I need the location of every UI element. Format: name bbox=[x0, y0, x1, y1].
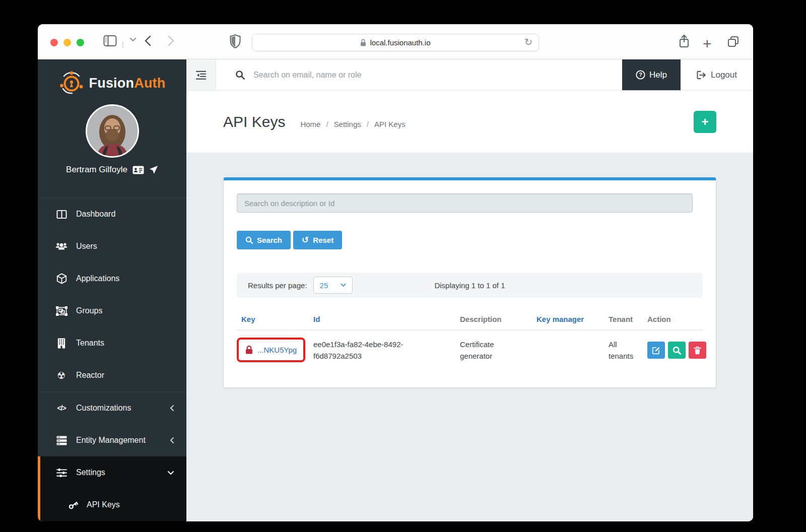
brand-auth: Auth bbox=[134, 76, 165, 91]
browser-window: | local.fusionauth.io ↻ bbox=[38, 24, 753, 521]
object-group-icon bbox=[54, 306, 69, 316]
trash-icon bbox=[694, 346, 701, 355]
topbar: ? Help Logout bbox=[186, 59, 753, 91]
page-title: API Keys bbox=[223, 113, 285, 130]
lock-icon bbox=[245, 346, 253, 354]
id-cell: ee0e1f3a-fa82-4ebe-8492-f6d8792a2503 bbox=[313, 339, 432, 362]
breadcrumb: Home / Settings / API Keys bbox=[300, 120, 405, 128]
sidebar-item-label: Customizations bbox=[76, 404, 170, 413]
sidebar-item-label: Applications bbox=[76, 274, 119, 283]
tab-chevron-down-icon[interactable] bbox=[129, 37, 137, 42]
key-icon bbox=[66, 499, 80, 511]
locale-send-icon[interactable] bbox=[149, 165, 158, 174]
edit-button[interactable] bbox=[647, 342, 665, 359]
global-search bbox=[216, 59, 622, 90]
api-key-link[interactable]: ...NKU5Ypg bbox=[257, 344, 297, 356]
sidebar-item-applications[interactable]: Applications bbox=[38, 262, 186, 295]
sidebar-item-label: Dashboard bbox=[76, 210, 115, 219]
column-header-key[interactable]: Key bbox=[241, 315, 313, 323]
sidebar-item-api-keys[interactable]: API Keys bbox=[40, 489, 186, 521]
api-keys-table: Key Id Description Key manager Tenant Ac… bbox=[237, 315, 703, 374]
global-search-input[interactable] bbox=[253, 71, 486, 80]
radiation-icon: ☢ bbox=[54, 371, 69, 380]
sidebar-item-reactor[interactable]: ☢ Reactor bbox=[38, 359, 186, 391]
help-label: Help bbox=[649, 70, 667, 80]
fusionauth-logo: FusionAuth bbox=[59, 71, 166, 96]
reset-button[interactable]: ↺ Reset bbox=[293, 231, 342, 249]
sidebar: FusionAuth Bert bbox=[38, 59, 186, 521]
reset-button-label: Reset bbox=[313, 236, 333, 244]
logout-button[interactable]: Logout bbox=[681, 59, 753, 90]
delete-button[interactable] bbox=[689, 342, 706, 359]
zoom-window-button[interactable] bbox=[77, 39, 84, 46]
sidebar-collapse-button[interactable] bbox=[186, 59, 216, 90]
column-header-description: Description bbox=[460, 315, 536, 323]
cube-icon bbox=[54, 273, 69, 284]
sidebar-toggle-icon[interactable] bbox=[103, 35, 117, 47]
close-window-button[interactable] bbox=[50, 39, 58, 46]
url-text: local.fusionauth.io bbox=[370, 38, 430, 47]
sidebar-item-label: Tenants bbox=[76, 339, 104, 348]
sidebar-item-customizations[interactable]: </> Customizations bbox=[38, 392, 186, 424]
https-lock-icon bbox=[360, 39, 366, 46]
breadcrumb-current: API Keys bbox=[374, 120, 406, 128]
chevron-down-icon bbox=[167, 471, 174, 475]
sidebar-item-entity-management[interactable]: Entity Management bbox=[38, 424, 186, 456]
outdent-icon bbox=[195, 70, 207, 80]
table-row: ...NKU5Ypg ee0e1f3a-fa82-4ebe-8492-f6d87… bbox=[237, 330, 703, 374]
server-icon bbox=[54, 436, 69, 445]
add-api-key-button[interactable]: + bbox=[694, 111, 716, 133]
new-tab-icon[interactable]: + bbox=[703, 35, 712, 52]
search-button[interactable]: Search bbox=[237, 231, 291, 249]
forward-button[interactable] bbox=[168, 35, 174, 46]
page-header: API Keys Home / Settings / API Keys + bbox=[186, 91, 753, 153]
description-search-input[interactable] bbox=[237, 193, 693, 213]
column-header-action: Action bbox=[647, 315, 698, 323]
sidebar-item-dashboard[interactable]: Dashboard bbox=[38, 198, 186, 230]
building-icon bbox=[54, 338, 69, 349]
page-content: Search ↺ Reset Results per page: 25 bbox=[186, 153, 753, 521]
reload-icon[interactable]: ↻ bbox=[524, 36, 532, 47]
user-name: Bertram Gilfoyle bbox=[66, 165, 127, 175]
sidebar-settings-section: Settings bbox=[38, 456, 186, 521]
share-icon[interactable] bbox=[678, 34, 690, 48]
back-button[interactable] bbox=[145, 35, 151, 46]
url-bar[interactable]: local.fusionauth.io ↻ bbox=[252, 34, 539, 51]
sidebar-item-label: Reactor bbox=[76, 371, 104, 380]
search-button-label: Search bbox=[257, 236, 282, 244]
minimize-window-button[interactable] bbox=[63, 39, 71, 46]
sidebar-item-tenants[interactable]: Tenants bbox=[38, 327, 186, 359]
id-card-icon[interactable] bbox=[132, 166, 144, 174]
sidebar-groups: </> Customizations Entity Management bbox=[38, 391, 186, 456]
sidebar-item-groups[interactable]: Groups bbox=[38, 295, 186, 327]
sidebar-item-label: API Keys bbox=[87, 500, 120, 509]
chevron-left-icon bbox=[170, 405, 174, 412]
help-button[interactable]: ? Help bbox=[622, 59, 681, 90]
logout-icon bbox=[697, 71, 706, 80]
brand-fusion: Fusion bbox=[89, 76, 135, 91]
tenant-cell: All tenants bbox=[609, 339, 637, 362]
column-header-id[interactable]: Id bbox=[313, 315, 460, 323]
breadcrumb-home[interactable]: Home bbox=[300, 120, 320, 128]
chrome-divider: | bbox=[122, 40, 124, 48]
logout-label: Logout bbox=[711, 70, 737, 80]
dashboard-icon bbox=[54, 209, 69, 220]
api-keys-panel: Search ↺ Reset Results per page: 25 bbox=[223, 177, 716, 388]
code-icon: </> bbox=[54, 404, 69, 412]
breadcrumb-settings[interactable]: Settings bbox=[334, 120, 361, 128]
sidebar-item-label: Groups bbox=[76, 306, 102, 315]
sidebar-item-users[interactable]: Users bbox=[38, 230, 186, 262]
sidebar-item-settings[interactable]: Settings bbox=[40, 456, 186, 489]
privacy-shield-icon[interactable] bbox=[230, 34, 241, 48]
action-cell bbox=[647, 342, 706, 362]
search-icon bbox=[673, 346, 681, 355]
tab-overview-icon[interactable] bbox=[727, 35, 740, 48]
results-per-page-select[interactable]: 25 bbox=[313, 277, 353, 294]
key-manager-cell bbox=[536, 339, 609, 362]
table-header-row: Key Id Description Key manager Tenant Ac… bbox=[237, 315, 703, 330]
description-cell: Certificate generator bbox=[460, 339, 514, 362]
view-button[interactable] bbox=[668, 342, 686, 359]
column-header-key-manager[interactable]: Key manager bbox=[536, 315, 609, 323]
edit-icon bbox=[652, 346, 660, 355]
results-per-page-label: Results per page: bbox=[248, 281, 307, 290]
